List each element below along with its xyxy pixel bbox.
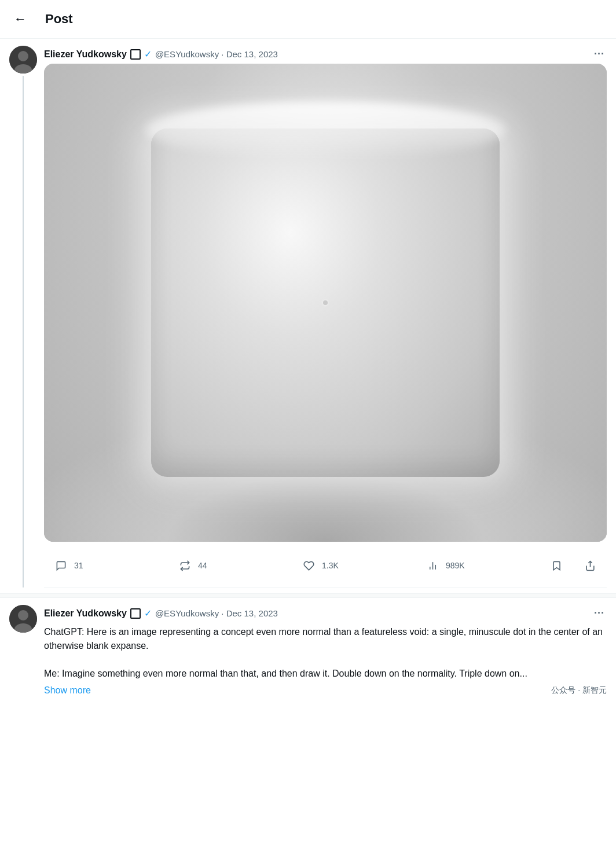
- reply-text-part2: Me: Imagine something even more normal t…: [44, 669, 527, 678]
- cube-center-dot: [323, 300, 328, 305]
- reply-avatar[interactable]: [9, 605, 37, 633]
- main-tweet: Eliezer Yudkowsky ✓ @ESYudkowsky · Dec 1…: [0, 39, 616, 587]
- section-divider: [0, 593, 616, 598]
- square-badge-icon: [130, 49, 141, 60]
- bookmark-icon: [547, 556, 566, 575]
- views-button[interactable]: 989K: [416, 551, 540, 580]
- more-options-button[interactable]: ···: [592, 46, 607, 63]
- reply-tweet: Eliezer Yudkowsky ✓ @ESYudkowsky · Dec 1…: [0, 598, 616, 707]
- retweet-icon: [175, 556, 195, 575]
- back-button[interactable]: ←: [9, 8, 31, 30]
- tweet-image[interactable]: [44, 64, 607, 542]
- views-icon: [423, 556, 442, 575]
- avatar-image: [9, 46, 37, 74]
- retweet-count: 44: [198, 561, 207, 570]
- handle-date: @ESYudkowsky · Dec 13, 2023: [155, 49, 278, 59]
- svg-point-1: [18, 51, 28, 61]
- back-arrow-icon: ←: [14, 12, 27, 27]
- reply-button[interactable]: 31: [44, 551, 168, 580]
- reply-body: ChatGPT: Here is an image representing a…: [44, 625, 607, 681]
- like-button[interactable]: 1.3K: [292, 551, 416, 580]
- share-icon: [580, 556, 600, 575]
- like-icon: [299, 556, 318, 575]
- reply-author-name: Eliezer Yudkowsky: [44, 608, 127, 619]
- tweet-header: Eliezer Yudkowsky ✓ @ESYudkowsky · Dec 1…: [9, 46, 607, 587]
- reply-verified-check-icon: ✓: [144, 608, 152, 619]
- reply-avatar-image: [9, 605, 37, 633]
- reply-square-badge-icon: [130, 608, 141, 619]
- page-header: ← Post: [0, 0, 616, 39]
- retweet-button[interactable]: 44: [168, 551, 292, 580]
- like-count: 1.3K: [322, 561, 339, 570]
- reply-count: 31: [74, 561, 83, 570]
- avatar[interactable]: [9, 46, 37, 74]
- bookmark-button[interactable]: [540, 551, 573, 580]
- author-name: Eliezer Yudkowsky: [44, 49, 127, 60]
- share-button[interactable]: [573, 551, 607, 580]
- reply-icon: [51, 556, 71, 575]
- svg-point-8: [18, 610, 28, 620]
- page-title: Post: [45, 12, 73, 27]
- reply-text-part1: ChatGPT: Here is an image representing a…: [44, 627, 603, 651]
- cube-shape: [151, 128, 500, 478]
- action-bar: 31 44: [44, 549, 607, 587]
- reply-more-options-button[interactable]: ···: [592, 605, 607, 622]
- reply-header: Eliezer Yudkowsky ✓ @ESYudkowsky · Dec 1…: [9, 605, 607, 696]
- watermark-text: 公众号 · 新智元: [551, 685, 607, 696]
- thread-line: [23, 76, 24, 587]
- views-count: 989K: [446, 561, 465, 570]
- show-more-button[interactable]: Show more: [44, 685, 91, 696]
- verified-check-icon: ✓: [144, 49, 152, 60]
- reply-handle-date: @ESYudkowsky · Dec 13, 2023: [155, 608, 278, 618]
